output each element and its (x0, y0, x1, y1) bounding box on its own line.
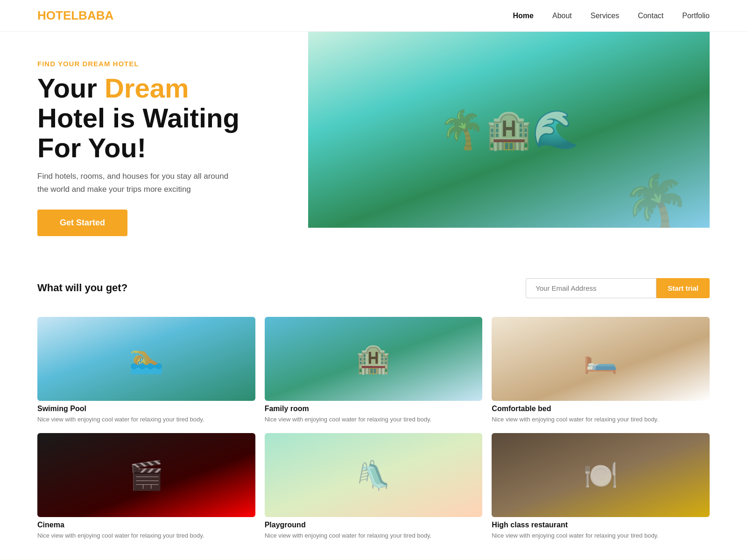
amenity-image: 🍽️ (492, 433, 710, 517)
amenity-card: 🎬 Cinema Nice view with enjoying cool wa… (37, 433, 255, 540)
amenity-desc: Nice view with enjoying cool water for r… (492, 531, 710, 540)
get-started-button[interactable]: Get Started (37, 210, 127, 236)
amenity-name: Comfortable bed (492, 405, 710, 413)
amenity-name: Swiming Pool (37, 405, 255, 413)
hero-image: 🌴🏨🌊 (308, 32, 710, 264)
amenity-image: 🛝 (265, 433, 483, 517)
amenity-name: High class restaurant (492, 521, 710, 529)
amenity-emoji: 🍽️ (583, 459, 618, 492)
nav-links: Home About Services Contact Portfolio (513, 12, 710, 20)
amenity-card: 🍽️ High class restaurant Nice view with … (492, 433, 710, 540)
amenity-name: Family room (265, 405, 483, 413)
nav-services[interactable]: Services (591, 12, 619, 20)
amenity-image: 🎬 (37, 433, 255, 517)
hero-section: FIND YOUR DREAM HOTEL Your Dream Hotel i… (0, 32, 747, 264)
email-section: What will you get? Start trial (0, 264, 747, 312)
logo-orange: BABA (78, 8, 113, 22)
amenity-image: 🏨 (265, 317, 483, 401)
amenity-card: 🏊 Swiming Pool Nice view with enjoying c… (37, 317, 255, 424)
amenity-desc: Nice view with enjoying cool water for r… (265, 531, 483, 540)
amenity-name: Playground (265, 521, 483, 529)
amenities-section: 🏊 Swiming Pool Nice view with enjoying c… (0, 312, 747, 559)
amenity-image: 🏊 (37, 317, 255, 401)
logo-black: HOTEL (37, 8, 78, 22)
amenity-emoji: 🛏️ (583, 342, 618, 375)
amenities-grid: 🏊 Swiming Pool Nice view with enjoying c… (37, 317, 710, 540)
email-section-title: What will you get? (37, 282, 127, 294)
hero-title-orange: Dream (105, 73, 189, 103)
site-logo: HOTELBABA (37, 8, 113, 23)
hero-description: Find hotels, rooms, and houses for you s… (37, 170, 233, 195)
start-trial-button[interactable]: Start trial (656, 278, 710, 298)
nav-portfolio[interactable]: Portfolio (682, 12, 710, 20)
amenity-image: 🛏️ (492, 317, 710, 401)
hero-title: Your Dream Hotel is Waiting For You! (37, 73, 289, 162)
nav-about[interactable]: About (552, 12, 572, 20)
amenity-card: 🛝 Playground Nice view with enjoying coo… (265, 433, 483, 540)
amenity-emoji: 🏊 (129, 342, 164, 375)
navbar: HOTELBABA Home About Services Contact Po… (0, 0, 747, 32)
amenity-emoji: 🛝 (356, 459, 391, 492)
amenity-emoji: 🏨 (356, 342, 391, 375)
nav-home[interactable]: Home (513, 12, 534, 20)
hero-left: FIND YOUR DREAM HOTEL Your Dream Hotel i… (37, 32, 308, 264)
amenity-desc: Nice view with enjoying cool water for r… (37, 415, 255, 424)
email-form: Start trial (526, 278, 710, 298)
amenity-desc: Nice view with enjoying cool water for r… (492, 415, 710, 424)
amenity-desc: Nice view with enjoying cool water for r… (265, 415, 483, 424)
amenity-emoji: 🎬 (129, 459, 164, 492)
amenity-desc: Nice view with enjoying cool water for r… (37, 531, 255, 540)
nav-contact[interactable]: Contact (638, 12, 663, 20)
email-input[interactable] (526, 278, 656, 298)
amenity-card: 🛏️ Comfortable bed Nice view with enjoyi… (492, 317, 710, 424)
amenity-name: Cinema (37, 521, 255, 529)
hero-tag: FIND YOUR DREAM HOTEL (37, 60, 289, 68)
amenity-card: 🏨 Family room Nice view with enjoying co… (265, 317, 483, 424)
